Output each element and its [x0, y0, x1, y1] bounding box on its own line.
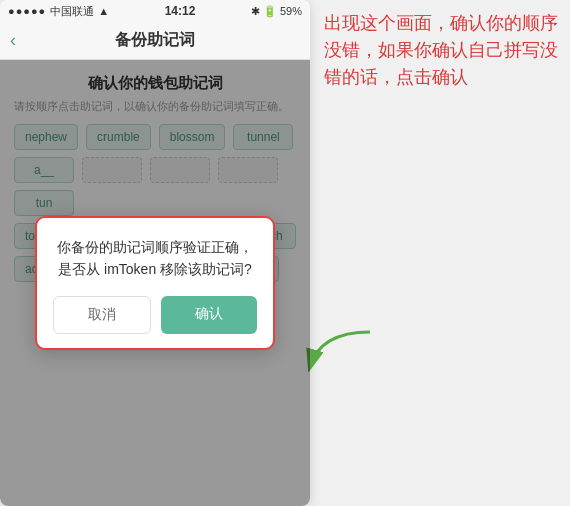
battery-label: 59% [280, 5, 302, 17]
status-left: ●●●●● 中国联通 ▲ [8, 4, 109, 19]
battery-icon: 🔋 [263, 5, 277, 18]
arrow-container [300, 322, 380, 386]
nav-title: 备份助记词 [115, 30, 195, 51]
carrier-label: 中国联通 [50, 4, 94, 19]
modal-cancel-button[interactable]: 取消 [53, 296, 151, 334]
content-area: 确认你的钱包助记词 请按顺序点击助记词，以确认你的备份助记词填写正确。 neph… [0, 60, 310, 506]
annotation-panel: 出现这个画面，确认你的顺序没错，如果你确认自己拼写没错的话，点击确认 [310, 0, 570, 506]
nav-bar: ‹ 备份助记词 [0, 22, 310, 60]
annotation-text: 出现这个画面，确认你的顺序没错，如果你确认自己拼写没错的话，点击确认 [324, 10, 560, 91]
modal-box: 你备份的助记词顺序验证正确，是否从 imToken 移除该助记词? 取消 确认 [35, 216, 275, 351]
status-bar: ●●●●● 中国联通 ▲ 14:12 ✱ 🔋 59% [0, 0, 310, 22]
status-right: ✱ 🔋 59% [251, 5, 302, 18]
back-button[interactable]: ‹ [10, 30, 16, 51]
signal-icon: ●●●●● [8, 5, 46, 17]
time-label: 14:12 [165, 4, 196, 18]
arrow-icon [300, 322, 380, 382]
modal-message: 你备份的助记词顺序验证正确，是否从 imToken 移除该助记词? [53, 236, 257, 281]
modal-overlay: 你备份的助记词顺序验证正确，是否从 imToken 移除该助记词? 取消 确认 [0, 60, 310, 506]
phone-frame: ●●●●● 中国联通 ▲ 14:12 ✱ 🔋 59% ‹ 备份助记词 确认你的钱… [0, 0, 310, 506]
bluetooth-icon: ✱ [251, 5, 260, 18]
modal-buttons: 取消 确认 [53, 296, 257, 334]
wifi-icon: ▲ [98, 5, 109, 17]
modal-confirm-button[interactable]: 确认 [161, 296, 257, 334]
